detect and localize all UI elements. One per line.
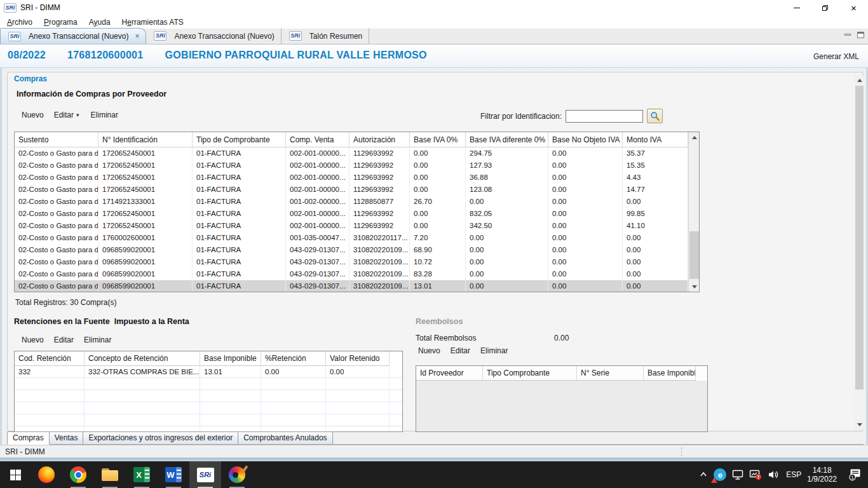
tab-close-icon[interactable]: × bbox=[132, 32, 139, 41]
paint-palette-icon bbox=[229, 466, 245, 483]
table-row[interactable]: 02-Costo o Gasto para d...1760002600001 … bbox=[15, 232, 688, 244]
excel-button[interactable]: X bbox=[126, 461, 158, 488]
ret-nuevo-button[interactable]: Nuevo bbox=[17, 334, 49, 346]
group-scrollbar bbox=[855, 75, 864, 430]
compras-group: Compras Información de Compras por Prove… bbox=[7, 72, 864, 431]
bottom-tab[interactable]: Compras bbox=[7, 431, 50, 445]
scrollbar-thumb[interactable] bbox=[689, 231, 699, 279]
column-header[interactable]: Autorización bbox=[349, 132, 410, 147]
word-button[interactable]: W bbox=[158, 461, 189, 488]
notification-center-button[interactable]: 1 bbox=[843, 468, 863, 481]
search-button[interactable] bbox=[647, 109, 663, 123]
eliminar-button[interactable]: Eliminar bbox=[86, 109, 123, 121]
column-header[interactable]: Base Imponible bbox=[644, 366, 696, 381]
empty-row bbox=[15, 378, 402, 390]
language-indicator[interactable]: ESP bbox=[786, 470, 801, 479]
table-row[interactable]: 02-Costo o Gasto para d...0968599020001 … bbox=[15, 280, 688, 292]
sri-dimm-button[interactable]: SRi bbox=[189, 461, 221, 488]
menu-item[interactable]: Archivo bbox=[1, 17, 38, 28]
entity-name: GOBIERNO PARROQUIAL RURAL VALLE HERMOSO bbox=[165, 50, 427, 61]
table-row[interactable]: 02-Costo o Gasto para d...1720652450001 … bbox=[15, 159, 688, 172]
table-row[interactable]: 02-Costo o Gasto para d...1720652450001 … bbox=[15, 184, 688, 196]
tab-talon-resumen[interactable]: SRi Talón Resumen bbox=[281, 28, 369, 44]
table-row[interactable]: 332332-OTRAS COMPRAS DE BIE... 13.010.00… bbox=[15, 366, 402, 378]
maximize-view-icon[interactable] bbox=[857, 32, 864, 38]
column-header[interactable]: Sustento bbox=[15, 132, 98, 147]
column-header[interactable]: Base Imponible bbox=[200, 351, 261, 366]
table-row[interactable]: 02-Costo o Gasto para d...0968599020001 … bbox=[15, 268, 688, 280]
editar-button[interactable]: Editar bbox=[49, 109, 75, 121]
bottom-tab[interactable]: Exportaciones y otros ingresos del exter… bbox=[83, 431, 238, 444]
start-button[interactable] bbox=[0, 461, 31, 488]
total-registros: Total Registros: 30 Compra(s) bbox=[15, 298, 116, 307]
table-row[interactable]: 02-Costo o Gasto para d...1720652450001 … bbox=[15, 208, 688, 220]
bottom-tab[interactable]: Comprobantes Anulados bbox=[238, 431, 332, 444]
table-row[interactable]: 02-Costo o Gasto para d...0968599020001 … bbox=[15, 244, 688, 256]
menu-item[interactable]: Programa bbox=[38, 17, 83, 28]
reemb-eliminar-button[interactable]: Eliminar bbox=[475, 344, 513, 357]
tab-anexo-transaccional-1[interactable]: SRi Anexo Transaccional (Nuevo) × bbox=[0, 28, 146, 44]
table-row[interactable]: 02-Costo o Gasto para d...1720652450001 … bbox=[15, 147, 688, 159]
table-row[interactable]: 02-Costo o Gasto para d...0968599020001 … bbox=[15, 256, 688, 268]
column-header[interactable]: N° Identificación bbox=[98, 132, 193, 147]
security-alert-tray-button[interactable] bbox=[749, 469, 762, 480]
column-header[interactable]: %Retención bbox=[261, 351, 326, 366]
close-button[interactable]: × bbox=[839, 0, 868, 15]
column-header[interactable]: N° Serie bbox=[577, 366, 644, 381]
screen: SRi SRI - DIMM × Archivo Programa Ayuda … bbox=[0, 0, 868, 488]
eset-tray-button[interactable]: e bbox=[714, 468, 726, 481]
reemb-editar-button[interactable]: Editar bbox=[445, 344, 475, 357]
status-divider bbox=[681, 447, 682, 456]
column-header[interactable]: Tipo Comprobante bbox=[483, 366, 577, 381]
filter-input[interactable] bbox=[566, 110, 643, 123]
scroll-down-button[interactable] bbox=[855, 419, 864, 430]
column-header[interactable]: Base No Objeto IVA bbox=[548, 132, 623, 147]
nuevo-button[interactable]: Nuevo bbox=[17, 109, 49, 121]
menu-item[interactable]: Herramientas ATS bbox=[116, 17, 189, 28]
table-row[interactable]: 02-Costo o Gasto para d...1720652450001 … bbox=[15, 172, 688, 184]
file-explorer-button[interactable] bbox=[94, 461, 126, 488]
restore-button[interactable] bbox=[811, 0, 839, 15]
column-header[interactable]: Concepto de Retención bbox=[85, 351, 200, 366]
tab-anexo-transaccional-2[interactable]: SRi Anexo Transaccional (Nuevo) bbox=[146, 28, 281, 44]
tray-expand-button[interactable] bbox=[699, 470, 708, 479]
title-bar: SRi SRI - DIMM × bbox=[0, 0, 868, 15]
paint-button[interactable] bbox=[221, 461, 253, 488]
table-row[interactable]: 02-Costo o Gasto para d...1720652450001 … bbox=[15, 220, 688, 232]
table-row[interactable]: 02-Costo o Gasto para d...1714921333001 … bbox=[15, 196, 688, 208]
column-header[interactable]: Base IVA diferente 0% bbox=[466, 132, 548, 147]
column-header[interactable]: Cod. Retención bbox=[15, 351, 85, 366]
bottom-tab-strip: ComprasVentasExportaciones y otros ingre… bbox=[7, 431, 864, 445]
scrollbar-thumb[interactable] bbox=[855, 86, 864, 390]
scroll-down-button[interactable] bbox=[689, 281, 700, 292]
minimize-button[interactable] bbox=[782, 0, 811, 15]
firefox-button[interactable] bbox=[31, 461, 62, 488]
column-header[interactable]: Valor Retenido bbox=[326, 351, 390, 366]
scroll-up-button[interactable] bbox=[855, 75, 864, 85]
reemb-nuevo-button[interactable]: Nuevo bbox=[413, 344, 445, 357]
compras-table: SustentoN° IdentificaciónTipo de Comprob… bbox=[14, 132, 700, 292]
scroll-up-button[interactable] bbox=[689, 132, 700, 142]
excel-icon: X bbox=[133, 467, 150, 482]
ret-editar-button[interactable]: Editar bbox=[49, 334, 79, 346]
eset-icon: e bbox=[714, 468, 726, 481]
menu-item[interactable]: Ayuda bbox=[83, 17, 116, 28]
volume-tray-button[interactable] bbox=[768, 470, 780, 480]
chrome-button[interactable] bbox=[62, 461, 94, 488]
generar-xml-button[interactable]: Generar XML bbox=[813, 52, 859, 61]
taskbar: X W SRi e bbox=[0, 461, 868, 488]
network-tray-button[interactable] bbox=[732, 470, 743, 480]
bottom-tab[interactable]: Ventas bbox=[49, 431, 84, 444]
minimize-view-icon[interactable] bbox=[844, 34, 851, 36]
arrow-down-icon bbox=[692, 285, 697, 288]
compras-table-body: 02-Costo o Gasto para d...1720652450001 … bbox=[15, 147, 688, 292]
column-header[interactable]: Base IVA 0% bbox=[410, 132, 466, 147]
clock[interactable]: 14:18 1/9/2022 bbox=[807, 466, 837, 484]
column-header[interactable]: Comp. Venta bbox=[286, 132, 349, 147]
filter-row: Filtrar por Identificacion: bbox=[480, 109, 663, 123]
column-header[interactable]: Id Proveedor bbox=[416, 366, 483, 381]
editar-dropdown-icon[interactable]: ▾ bbox=[75, 112, 86, 118]
column-header[interactable]: Monto IVA bbox=[623, 132, 688, 147]
ret-eliminar-button[interactable]: Eliminar bbox=[79, 334, 116, 346]
column-header[interactable]: Tipo de Comprobante bbox=[193, 132, 286, 147]
